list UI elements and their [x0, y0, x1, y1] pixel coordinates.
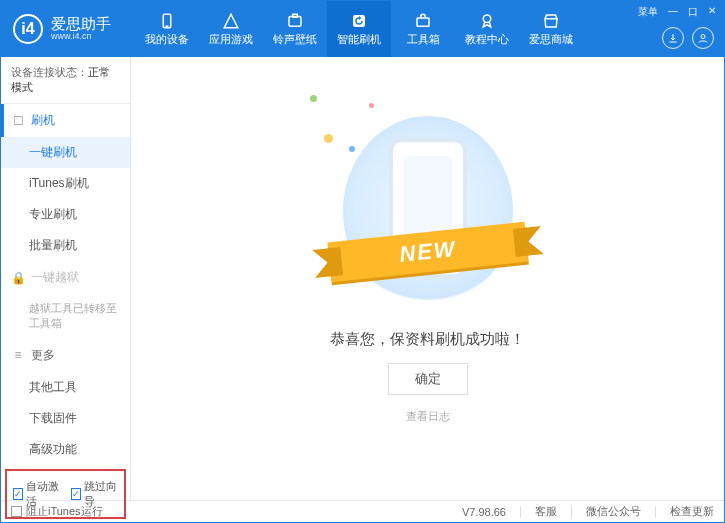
download-icon — [667, 32, 679, 44]
block-itunes-label: 阻止iTunes运行 — [26, 504, 103, 519]
folder-icon — [286, 12, 304, 30]
customer-service-link[interactable]: 客服 — [535, 504, 557, 519]
view-log-link[interactable]: 查看日志 — [406, 409, 450, 424]
sidebar-item-advanced[interactable]: 高级功能 — [1, 434, 130, 465]
account-button[interactable] — [692, 27, 714, 49]
download-button[interactable] — [662, 27, 684, 49]
sidebar-item-download-firmware[interactable]: 下载固件 — [1, 403, 130, 434]
phone-icon — [158, 12, 176, 30]
checkbox-block-itunes[interactable] — [11, 506, 22, 517]
user-icon — [697, 32, 709, 44]
svg-point-7 — [701, 35, 705, 39]
sidebar-item-itunes-flash[interactable]: iTunes刷机 — [1, 168, 130, 199]
success-illustration: NEW — [343, 116, 513, 306]
sidebar-item-pro-flash[interactable]: 专业刷机 — [1, 199, 130, 230]
nav-toolbox[interactable]: 工具箱 — [391, 1, 455, 57]
store-icon — [542, 12, 560, 30]
nav-tutorials[interactable]: 教程中心 — [455, 1, 519, 57]
refresh-icon — [350, 12, 368, 30]
wechat-link[interactable]: 微信公众号 — [586, 504, 641, 519]
sidebar-item-one-click-flash[interactable]: 一键刷机 — [1, 137, 130, 168]
nav-ringtones-wallpapers[interactable]: 铃声壁纸 — [263, 1, 327, 57]
nav-store[interactable]: 爱思商城 — [519, 1, 583, 57]
sidebar-item-batch-flash[interactable]: 批量刷机 — [1, 230, 130, 261]
sidebar: 设备连接状态：正常模式 ☐ 刷机 一键刷机 iTunes刷机 专业刷机 批量刷机… — [1, 57, 131, 500]
app-name: 爱思助手 — [51, 16, 111, 33]
titlebar-right-buttons — [662, 27, 714, 49]
lock-icon: 🔒 — [11, 271, 25, 285]
close-button[interactable]: ✕ — [708, 5, 716, 19]
minimize-button[interactable]: — — [668, 5, 678, 19]
top-nav: 我的设备 应用游戏 铃声壁纸 智能刷机 工具箱 教程中心 爱思商城 — [135, 1, 583, 57]
sidebar-section-flash[interactable]: ☐ 刷机 — [1, 104, 130, 137]
ok-button[interactable]: 确定 — [388, 363, 468, 395]
window-controls: 菜单 — 口 ✕ — [638, 5, 716, 19]
connection-status: 设备连接状态：正常模式 — [1, 57, 130, 104]
maximize-button[interactable]: 口 — [688, 5, 698, 19]
more-icon: ≡ — [11, 348, 25, 362]
checkbox-icon: ✓ — [13, 488, 23, 500]
flash-icon: ☐ — [11, 114, 25, 128]
main-content: NEW 恭喜您，保资料刷机成功啦！ 确定 查看日志 — [131, 57, 724, 500]
app-url: www.i4.cn — [51, 32, 111, 42]
nav-apps-games[interactable]: 应用游戏 — [199, 1, 263, 57]
sidebar-item-other-tools[interactable]: 其他工具 — [1, 372, 130, 403]
apps-icon — [222, 12, 240, 30]
nav-smart-flash[interactable]: 智能刷机 — [327, 1, 391, 57]
logo-icon: i4 — [13, 14, 43, 44]
svg-point-6 — [483, 15, 491, 23]
checkbox-icon: ✓ — [71, 488, 81, 500]
toolbox-icon — [414, 12, 432, 30]
success-message: 恭喜您，保资料刷机成功啦！ — [330, 330, 525, 349]
sidebar-jailbreak-note: 越狱工具已转移至工具箱 — [1, 294, 130, 339]
check-update-link[interactable]: 检查更新 — [670, 504, 714, 519]
badge-icon — [478, 12, 496, 30]
menu-button[interactable]: 菜单 — [638, 5, 658, 19]
svg-rect-5 — [417, 18, 429, 26]
sidebar-section-jailbreak: 🔒 一键越狱 — [1, 261, 130, 294]
version-label: V7.98.66 — [462, 506, 506, 518]
app-logo: i4 爱思助手 www.i4.cn — [13, 14, 111, 44]
nav-my-device[interactable]: 我的设备 — [135, 1, 199, 57]
sidebar-section-more[interactable]: ≡ 更多 — [1, 339, 130, 372]
titlebar: i4 爱思助手 www.i4.cn 我的设备 应用游戏 铃声壁纸 智能刷机 工具… — [1, 1, 724, 57]
